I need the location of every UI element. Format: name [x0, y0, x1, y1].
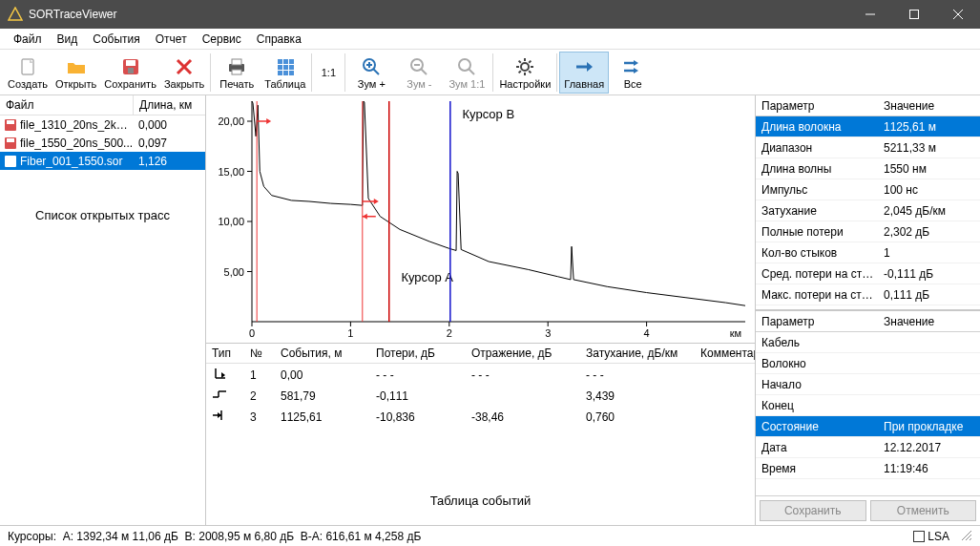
svg-text:3: 3: [545, 327, 551, 339]
file-row[interactable]: Fiber_001_1550.sor1,126: [0, 152, 205, 170]
chart-area[interactable]: 01234км5,0010,0015,0020,00Курсор AКурсор…: [206, 95, 755, 344]
file-icon: [4, 155, 17, 168]
col-loss[interactable]: Потери, дБ: [376, 346, 471, 360]
param-key: Затухание: [756, 204, 880, 218]
maximize-button[interactable]: [892, 0, 936, 29]
svg-marker-47: [634, 68, 638, 74]
param-row[interactable]: Конец: [756, 395, 980, 416]
param-row[interactable]: СостояниеПри прокладке: [756, 416, 980, 437]
file-row[interactable]: file_1310_20ns_2km_...0,000: [0, 116, 205, 134]
close-file-button[interactable]: Закрыть: [160, 52, 208, 94]
table-button[interactable]: Таблица: [261, 52, 309, 94]
zoom-reset-button[interactable]: Зум 1:1: [443, 52, 490, 94]
col-comment[interactable]: Комментарий: [700, 346, 755, 360]
file-len: 0,097: [135, 136, 167, 150]
zoom-in-icon: [360, 55, 383, 78]
svg-rect-9: [128, 68, 134, 74]
main-trace-button[interactable]: Главная: [559, 52, 609, 94]
zoom-out-button[interactable]: Зум -: [395, 52, 443, 94]
col-type[interactable]: Тип: [212, 346, 250, 360]
svg-text:0: 0: [249, 327, 255, 339]
event-row[interactable]: 31125,61-10,836-38,460,760: [206, 406, 755, 427]
svg-line-38: [519, 60, 521, 62]
all-traces-button[interactable]: Все: [609, 52, 657, 94]
param-row[interactable]: Кол-во стыков1: [756, 242, 980, 263]
svg-text:1: 1: [347, 327, 353, 339]
svg-line-25: [373, 69, 379, 74]
len-col-header[interactable]: Длина, км: [134, 95, 205, 115]
param-row[interactable]: Длина волны1550 нм: [756, 158, 980, 179]
param-row[interactable]: Импульс100 нс: [756, 179, 980, 200]
svg-rect-51: [7, 138, 14, 142]
event-type-icon: [212, 388, 250, 404]
open-button[interactable]: Открыть: [52, 52, 100, 94]
menu-service[interactable]: Сервис: [195, 31, 249, 48]
svg-text:4: 4: [644, 327, 650, 339]
param-row[interactable]: Дата12.12.2017: [756, 437, 980, 458]
gear-icon: [513, 55, 536, 78]
folder-icon: [65, 55, 88, 78]
svg-marker-80: [363, 214, 367, 220]
menu-view[interactable]: Вид: [50, 31, 86, 48]
param-row[interactable]: Затухание2,045 дБ/км: [756, 200, 980, 221]
event-row[interactable]: 2581,79-0,1113,439: [206, 385, 755, 406]
svg-marker-0: [9, 8, 22, 20]
menu-bar: Файл Вид События Отчет Сервис Справка: [0, 29, 980, 50]
file-name: file_1550_20ns_500...: [20, 136, 135, 150]
param-value: При прокладке: [880, 420, 980, 433]
file-list[interactable]: file_1310_20ns_2km_...0,000file_1550_20n…: [0, 116, 205, 170]
col-refl[interactable]: Отражение, дБ: [471, 346, 586, 360]
lsa-checkbox[interactable]: LSA: [913, 530, 949, 543]
svg-rect-23: [289, 71, 294, 75]
svg-line-40: [530, 60, 532, 62]
file-col-header[interactable]: Файл: [0, 95, 134, 115]
param-key: Волокно: [756, 357, 880, 370]
col-atten[interactable]: Затухание, дБ/км: [586, 346, 700, 360]
menu-help[interactable]: Справка: [249, 31, 309, 48]
print-button[interactable]: Печать: [213, 52, 261, 94]
param-row[interactable]: Длина волокна1125,61 м: [756, 116, 980, 137]
svg-text:20,00: 20,00: [218, 116, 244, 127]
events-table: Тип № События, м Потери, дБ Отражение, д…: [206, 344, 755, 525]
param-row[interactable]: Время11:19:46: [756, 458, 980, 479]
resize-grip-icon[interactable]: [959, 528, 972, 544]
file-row[interactable]: file_1550_20ns_500...0,097: [0, 134, 205, 152]
create-button[interactable]: Создать: [4, 52, 52, 94]
arrows-right-icon: [621, 55, 644, 78]
param-row[interactable]: Макс. потери на стыке0,111 дБ: [756, 284, 980, 305]
event-row[interactable]: 10,00- - -- - -- - -: [206, 364, 755, 385]
zoom-in-button[interactable]: Зум +: [347, 52, 395, 94]
param-row[interactable]: Волокно: [756, 353, 980, 374]
app-title: SORTraceViewer: [29, 8, 848, 21]
param-row[interactable]: Полные потери2,302 дБ: [756, 221, 980, 242]
svg-marker-89: [221, 372, 225, 378]
param-row[interactable]: Сред. потери на стыке-0,111 дБ: [756, 263, 980, 284]
minimize-button[interactable]: [848, 0, 892, 29]
col-dist[interactable]: События, м: [281, 346, 376, 360]
menu-events[interactable]: События: [85, 31, 148, 48]
param-row[interactable]: Начало: [756, 374, 980, 395]
param-key: Конец: [756, 399, 880, 412]
menu-report[interactable]: Отчет: [148, 31, 195, 48]
grid-icon: [274, 55, 297, 78]
event-type-icon: [212, 409, 250, 425]
param-value: 1: [880, 246, 980, 260]
params-save-button[interactable]: Сохранить: [760, 500, 866, 521]
menu-file[interactable]: Файл: [6, 31, 50, 48]
otdr-chart[interactable]: 01234км5,0010,0015,0020,00Курсор AКурсор…: [206, 95, 755, 343]
one-to-one-button[interactable]: 1:1: [314, 52, 343, 94]
save-button[interactable]: Сохранить: [100, 52, 160, 94]
col-num[interactable]: №: [250, 346, 281, 360]
file-len: 0,000: [135, 118, 167, 132]
settings-button[interactable]: Настройки: [495, 52, 554, 94]
param-key: Макс. потери на стыке: [756, 288, 880, 302]
params2-header: Параметр Значение: [756, 311, 980, 332]
svg-marker-43: [587, 62, 593, 72]
param-row[interactable]: Диапазон5211,33 м: [756, 137, 980, 158]
svg-text:10,00: 10,00: [218, 216, 244, 227]
params-cancel-button[interactable]: Отменить: [870, 500, 977, 521]
param-key: Сред. потери на стыке: [756, 267, 880, 281]
close-button[interactable]: [936, 0, 980, 29]
param-row[interactable]: Кабель: [756, 332, 980, 353]
separator: [344, 53, 345, 92]
